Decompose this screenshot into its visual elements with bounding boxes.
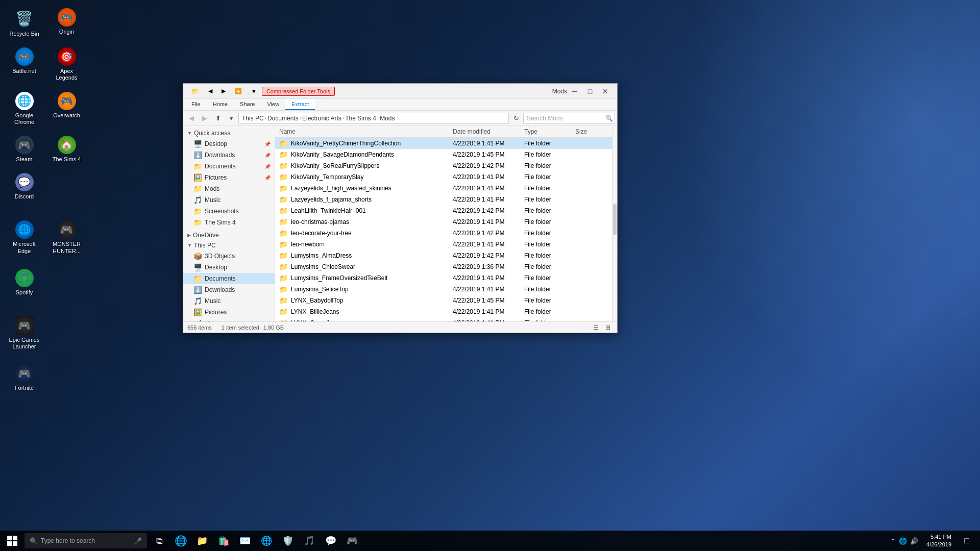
path-documents[interactable]: Documents: [267, 115, 299, 122]
back-button[interactable]: ◀: [185, 112, 198, 124]
col-header-name[interactable]: Name: [275, 127, 449, 136]
sidebar-item-screenshots[interactable]: 📁 Screenshots: [183, 206, 275, 217]
task-view-button[interactable]: ⧉: [149, 531, 169, 551]
file-explorer-taskbar[interactable]: 📁: [192, 531, 212, 551]
search-input[interactable]: [527, 115, 603, 122]
sidebar-item-music[interactable]: 🎵 Music: [183, 194, 275, 206]
table-row[interactable]: 📁 Lazyeyelids_f_pajama_shorts 4/22/2019 …: [275, 194, 612, 205]
ribbon-tab-file[interactable]: File: [185, 99, 207, 110]
ribbon-tab-view[interactable]: View: [261, 99, 285, 110]
taskbar-search-input[interactable]: [41, 537, 133, 544]
table-row[interactable]: 📁 leo-decorate-your-tree 4/22/2019 1:42 …: [275, 228, 612, 239]
col-header-date[interactable]: Date modified: [449, 127, 520, 136]
desktop-icon-fortnite[interactable]: 🎮 Fortnite: [5, 361, 43, 394]
sidebar-item-desktop-pc[interactable]: 🖥️ Desktop: [183, 262, 275, 273]
scrollbar[interactable]: [612, 126, 617, 321]
desktop-icon-spotify[interactable]: 🎵 Spotify: [5, 266, 43, 299]
store-taskbar[interactable]: 🛍️: [213, 531, 234, 551]
path-ea[interactable]: Electronic Arts: [302, 115, 341, 122]
sidebar-item-pictures[interactable]: 🖼️ Pictures 📌: [183, 172, 275, 183]
forward-arrow-tab[interactable]: ▶: [217, 87, 230, 95]
up-arrow-tab[interactable]: 🔼: [231, 87, 246, 95]
sidebar-item-documents-pc[interactable]: 📁 Documents: [183, 273, 275, 284]
maximize-button[interactable]: □: [582, 86, 598, 96]
ribbon-tab-home[interactable]: Home: [207, 99, 234, 110]
table-row[interactable]: 📁 leo-newborn 4/22/2019 1:41 PM File fol…: [275, 239, 612, 250]
discord-taskbar[interactable]: 💬: [321, 531, 341, 551]
desktop-icon-epic[interactable]: 🎮 Epic Games Launcher: [5, 313, 43, 353]
sidebar-item-sims4[interactable]: 📁 The Sims 4: [183, 217, 275, 228]
sidebar-item-mods[interactable]: 📁 Mods: [183, 183, 275, 194]
table-row[interactable]: 📁 LYNX_BillieJeans 4/22/2019 1:41 PM Fil…: [275, 306, 612, 317]
sidebar-item-documents[interactable]: 📁 Documents 📌: [183, 161, 275, 172]
compressed-folder-tools-tab[interactable]: Compressed Folder Tools: [262, 87, 335, 96]
table-row[interactable]: 📁 Lazyeyelids_f_high_wasted_skinnies 4/2…: [275, 183, 612, 194]
quick-access-header[interactable]: ▼ Quick access: [183, 128, 275, 138]
desktop-icon-mhw[interactable]: 🎮 MONSTER HUNTER...: [47, 217, 86, 257]
details-view-button[interactable]: ☰: [591, 323, 601, 332]
desktop-icon-apex[interactable]: 🎯 Apex Legends: [47, 44, 86, 84]
table-row[interactable]: 📁 Lumysims_ChloeSwear 4/22/2019 1:36 PM …: [275, 261, 612, 272]
col-header-type[interactable]: Type: [520, 127, 571, 136]
shield-taskbar[interactable]: 🛡️: [278, 531, 298, 551]
col-header-size[interactable]: Size: [571, 127, 612, 136]
recent-button[interactable]: ▾: [225, 112, 237, 124]
edge-taskbar[interactable]: 🌐: [170, 531, 191, 551]
desktop-icon-edge[interactable]: 🌐 Microsoft Edge: [5, 217, 43, 257]
desktop-icon-chrome[interactable]: 🌐 Google Chrome: [5, 89, 43, 129]
taskbar-search-box[interactable]: 🔍 🎤: [24, 533, 147, 548]
minimize-button[interactable]: ─: [567, 86, 582, 96]
dropdown-tab[interactable]: ▼: [247, 87, 261, 95]
desktop-icon-discord[interactable]: 💬 Discord: [5, 170, 43, 203]
taskbar-clock[interactable]: 5:41 PM 4/26/2019: [922, 533, 955, 549]
table-row[interactable]: 📁 leo-christmas-pjamas 4/22/2019 1:41 PM…: [275, 216, 612, 228]
table-row[interactable]: 📁 LYNX_BabydollTop 4/22/2019 1:45 PM Fil…: [275, 295, 612, 306]
path-sims4[interactable]: The Sims 4: [345, 115, 376, 122]
thispc-header[interactable]: ▼ This PC: [183, 240, 275, 251]
desktop-icon-origin[interactable]: 🎮 Origin: [47, 5, 86, 40]
sidebar-item-3dobjects[interactable]: 📦 3D Objects: [183, 251, 275, 262]
sidebar-item-downloads-pc[interactable]: ⬇️ Downloads: [183, 284, 275, 295]
onedrive-header[interactable]: ▶ OneDrive: [183, 230, 275, 240]
origin-taskbar[interactable]: 🎮: [342, 531, 362, 551]
desktop-icon-recycle-bin[interactable]: 🗑️ Recycle Bin: [5, 5, 43, 40]
refresh-button[interactable]: ↻: [510, 112, 522, 124]
table-row[interactable]: 📁 KikoVanity_PrettyChimerThingCollection…: [275, 138, 612, 149]
address-path[interactable]: This PC › Documents › Electronic Arts › …: [238, 113, 509, 124]
notifications-icon[interactable]: ⌃: [890, 537, 896, 545]
table-row[interactable]: 📁 Lumysims_SeliceTop 4/22/2019 1:41 PM F…: [275, 284, 612, 295]
ribbon-tab-extract[interactable]: Extract: [285, 99, 315, 110]
desktop-icon-battlenet[interactable]: 🎮 Battle.net: [5, 44, 43, 84]
action-center-button[interactable]: □: [958, 531, 976, 551]
sidebar-item-desktop[interactable]: 🖥️ Desktop 📌: [183, 138, 275, 149]
desktop-icon-sims4[interactable]: 🏠 The Sims 4: [47, 133, 86, 166]
table-row[interactable]: 📁 LeahLilith_TwinkleHair_001 4/22/2019 1…: [275, 205, 612, 216]
sidebar-item-music-pc[interactable]: 🎵 Music: [183, 295, 275, 307]
volume-icon[interactable]: 🔊: [910, 537, 918, 545]
large-icons-view-button[interactable]: ⊞: [603, 323, 613, 332]
sidebar-item-videos[interactable]: 📹 Videos: [183, 318, 275, 321]
sidebar-item-pictures-pc[interactable]: 🖼️ Pictures: [183, 307, 275, 318]
path-thispc[interactable]: This PC: [242, 115, 264, 122]
table-row[interactable]: 📁 Lumysims_FrameOversizedTeeBelt 4/22/20…: [275, 272, 612, 284]
sidebar-item-downloads[interactable]: ⬇️ Downloads 📌: [183, 149, 275, 161]
scrollbar-thumb[interactable]: [613, 204, 617, 235]
chrome-taskbar[interactable]: 🌐: [256, 531, 277, 551]
desktop-icon-overwatch[interactable]: 🎮 Overwatch: [47, 89, 86, 129]
table-row[interactable]: 📁 KikoVanity_TemporarySlay 4/22/2019 1:4…: [275, 171, 612, 183]
up-button[interactable]: ⬆: [212, 112, 224, 124]
forward-button[interactable]: ▶: [199, 112, 211, 124]
spotify-taskbar[interactable]: 🎵: [299, 531, 320, 551]
table-row[interactable]: 📁 LYNX_CamoJoggers 4/22/2019 1:41 PM Fil…: [275, 317, 612, 321]
close-button[interactable]: ✕: [598, 86, 613, 96]
back-arrow-tab[interactable]: ◀: [204, 87, 216, 95]
table-row[interactable]: 📁 Lumysims_AlmaDress 4/22/2019 1:42 PM F…: [275, 250, 612, 261]
table-row[interactable]: 📁 KikoVanity_SavageDiamondPendants 4/22/…: [275, 149, 612, 160]
table-row[interactable]: 📁 KikoVanity_SoRealFurrySlippers 4/22/20…: [275, 160, 612, 171]
ribbon-tab-share[interactable]: Share: [234, 99, 261, 110]
desktop-icon-steam[interactable]: 🎮 Steam: [5, 133, 43, 166]
mail-taskbar[interactable]: ✉️: [235, 531, 255, 551]
search-box[interactable]: 🔍: [523, 113, 615, 124]
path-mods[interactable]: Mods: [380, 115, 395, 122]
network-icon[interactable]: 🌐: [899, 537, 907, 545]
